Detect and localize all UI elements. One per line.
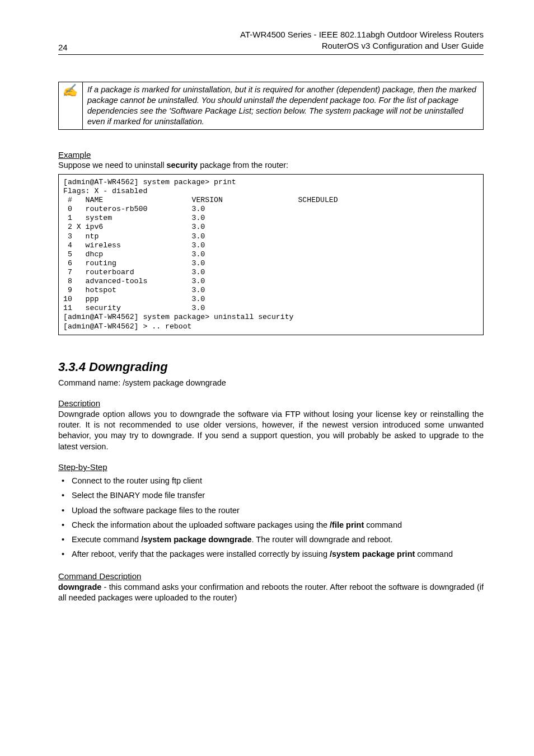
command-name-line: Command name: /system package downgrade xyxy=(58,378,484,388)
example-caption-bold: security xyxy=(166,161,198,170)
example-caption-pre: Suppose we need to uninstall xyxy=(58,161,166,170)
step-bold: /file print xyxy=(330,520,364,529)
step-text: Check the information about the uploaded… xyxy=(72,520,330,529)
step-text-post: . The router will downgrade and reboot. xyxy=(252,535,393,544)
header-title: AT-WR4500 Series - IEEE 802.11abgh Outdo… xyxy=(240,29,484,52)
list-item: Upload the software package files to the… xyxy=(58,505,484,516)
step-text-post: command xyxy=(415,550,453,558)
step-bold: /system package print xyxy=(330,550,415,558)
step-text-post: command xyxy=(364,520,402,529)
list-item: Select the BINARY mode file transfer xyxy=(58,490,484,501)
header-title-line1: AT-WR4500 Series - IEEE 802.11abgh Outdo… xyxy=(240,30,484,39)
example-heading: Example xyxy=(58,150,484,159)
command-description-heading: Command Description xyxy=(58,571,484,581)
note-text: If a package is marked for uninstallatio… xyxy=(83,82,484,130)
step-by-step-heading: Step-by-Step xyxy=(58,462,484,472)
step-text: Connect to the router using ftp client xyxy=(72,476,202,485)
example-caption: Suppose we need to uninstall security pa… xyxy=(58,161,484,170)
list-item: Execute command /system package downgrad… xyxy=(58,534,484,545)
downgrading-heading: 3.3.4 Downgrading xyxy=(58,360,484,374)
list-item: Connect to the router using ftp client xyxy=(58,476,484,486)
list-item: After reboot, verify that the packages w… xyxy=(58,549,484,560)
note-box: ✍ If a package is marked for uninstallat… xyxy=(58,82,484,130)
cmd-desc-bold: downgrade xyxy=(58,583,101,591)
page-number: 24 xyxy=(58,43,68,52)
note-icon: ✍ xyxy=(58,82,83,130)
step-text: After reboot, verify that the packages w… xyxy=(72,550,330,558)
step-text: Upload the software package files to the… xyxy=(72,506,240,515)
list-item: Check the information about the uploaded… xyxy=(58,520,484,530)
description-text: Downgrade option allows you to downgrade… xyxy=(58,409,484,452)
cmd-desc-rest: - this command asks your confirmation an… xyxy=(58,583,484,602)
description-heading: Description xyxy=(58,398,484,408)
code-block: [admin@AT-WR4562] system package> print … xyxy=(58,174,484,335)
step-text: Execute command xyxy=(72,535,141,544)
command-description-text: downgrade - this command asks your confi… xyxy=(58,582,484,604)
step-text: Select the BINARY mode file transfer xyxy=(72,491,205,500)
page-header: 24 AT-WR4500 Series - IEEE 802.11abgh Ou… xyxy=(58,29,484,55)
example-caption-post: package from the router: xyxy=(198,161,288,170)
steps-list: Connect to the router using ftp client S… xyxy=(58,476,484,560)
header-title-line2: RouterOS v3 Configuration and User Guide xyxy=(322,41,484,50)
step-bold: /system package downgrade xyxy=(141,535,251,544)
